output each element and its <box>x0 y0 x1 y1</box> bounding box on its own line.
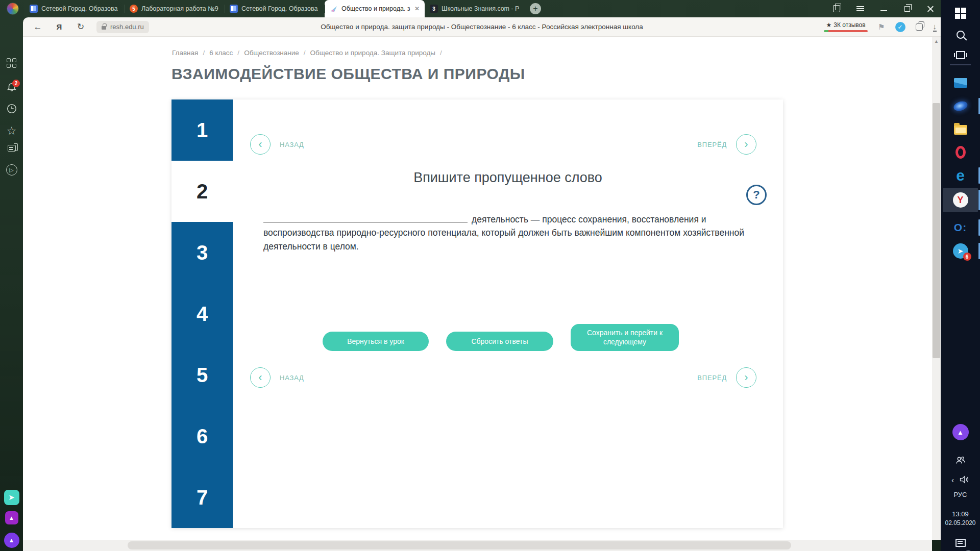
prev-task-button[interactable]: ‹ <box>250 134 271 155</box>
question-mark-icon: ? <box>753 188 760 202</box>
forward-label[interactable]: ВПЕРЁД <box>697 141 727 148</box>
chevron-right-icon: › <box>744 372 748 383</box>
minimize-button[interactable] <box>878 4 889 14</box>
module-tab-3[interactable]: 3 <box>172 222 233 283</box>
url-text: resh.edu.ru <box>110 23 144 31</box>
history-clock-icon[interactable] <box>0 103 23 114</box>
vertical-scroll-thumb[interactable] <box>933 103 940 358</box>
refresh-button[interactable]: ↻ <box>73 21 88 32</box>
lock-icon <box>102 26 106 30</box>
browser-toolbar: ← Я ↻ resh.edu.ru Общество и природа. за… <box>23 17 941 37</box>
breadcrumb-lesson[interactable]: Общество и природа. Защита природы <box>310 49 435 57</box>
reset-answers-button[interactable]: Сбросить ответы <box>446 332 553 351</box>
alice-app-icon[interactable]: ▲ <box>0 533 23 548</box>
yandex-browser-icon[interactable]: Y <box>941 188 980 212</box>
site-reviews[interactable]: ★ 3К отзывов <box>824 21 868 32</box>
tab-netcity-1[interactable]: Сетевой Город. Образова <box>24 0 125 17</box>
save-and-next-button[interactable]: Сохранить и перейти к следующему <box>571 324 679 351</box>
chevron-right-icon: › <box>744 139 748 150</box>
browser-menu-icon[interactable] <box>855 4 865 14</box>
back-button[interactable]: ← <box>30 22 45 32</box>
breadcrumb-subject[interactable]: Обществознание <box>244 49 299 57</box>
notifications-badge: 2 <box>12 80 20 87</box>
download-icon[interactable]: ↓ <box>933 22 937 32</box>
file-explorer-icon[interactable] <box>941 118 980 141</box>
action-center-icon[interactable]: 3 <box>941 532 980 551</box>
next-task-button[interactable]: › <box>736 134 756 155</box>
messenger-app-icon[interactable]: ➤ <box>0 490 23 505</box>
bottom-task-nav: ‹ НАЗАД ВПЕРЁД › <box>233 367 783 388</box>
maximize-button[interactable] <box>902 4 912 14</box>
breadcrumb-grade[interactable]: 6 класс <box>209 49 233 57</box>
opera-browser-icon[interactable] <box>941 141 980 163</box>
breadcrumb-home[interactable]: Главная <box>172 49 198 57</box>
tab-title: Сетевой Город. Образова <box>241 5 320 12</box>
scroll-up-arrow[interactable]: ▲ <box>932 39 941 44</box>
prev-task-button[interactable]: ‹ <box>250 367 271 388</box>
next-task-button[interactable]: › <box>736 367 756 388</box>
notifications-bell-icon[interactable]: 2 <box>0 82 23 93</box>
bookmark-flag-icon[interactable]: ⚑ <box>878 22 885 32</box>
blue-disc-app-icon[interactable] <box>941 95 980 117</box>
tab-resh-active[interactable]: Общество и природа. з ✕ <box>325 0 425 17</box>
module-tab-1[interactable]: 1 <box>172 99 233 161</box>
horizontal-scrollbar[interactable] <box>23 540 932 551</box>
back-label[interactable]: НАЗАД <box>280 374 304 382</box>
back-label[interactable]: НАЗАД <box>280 141 304 148</box>
task-view-icon[interactable] <box>941 44 980 66</box>
start-button[interactable] <box>941 2 980 24</box>
clock-time[interactable]: 13:09 <box>941 510 980 518</box>
star-icon: ★ <box>826 21 832 29</box>
window-controls <box>831 0 936 17</box>
module-tab-6[interactable]: 6 <box>172 406 233 467</box>
horizontal-scroll-thumb[interactable] <box>128 541 791 549</box>
o-app-icon[interactable]: O: <box>941 216 980 239</box>
module-tab-2-selected[interactable]: 2 <box>172 161 233 222</box>
favorites-star-icon[interactable]: ☆ <box>0 124 23 138</box>
module-tab-7[interactable]: 7 <box>172 467 233 528</box>
tab-close-icon[interactable]: ✕ <box>414 5 420 12</box>
vertical-scrollbar[interactable]: ▲ <box>932 37 941 540</box>
taskbar-search-icon[interactable] <box>941 23 980 46</box>
player-play-icon[interactable]: ▷ <box>0 164 23 176</box>
tab-lab-work[interactable]: 5 Лабораторная работа №9 <box>125 0 225 17</box>
browser-side-rail: 2 ☆ ▷ ➤ ▲ ▲ <box>0 37 23 551</box>
collections-icon[interactable] <box>916 23 923 31</box>
reviews-label: 3К отзывов <box>834 21 865 29</box>
help-button[interactable]: ? <box>746 185 767 205</box>
tab-bar: Сетевой Город. Образова 5 Лабораторная р… <box>0 0 941 17</box>
address-bar[interactable]: resh.edu.ru <box>96 21 149 33</box>
action-buttons: Вернуться в урок Сбросить ответы Сохрани… <box>323 324 679 351</box>
close-button[interactable] <box>925 4 936 14</box>
protect-shield-icon[interactable]: ✓ <box>895 22 905 32</box>
module-nav: 1 2 3 4 5 6 7 <box>172 99 233 528</box>
mail-app-icon[interactable] <box>941 71 980 94</box>
alice-taskbar-icon[interactable]: ▲ <box>941 421 980 443</box>
netcity-favicon <box>30 5 38 13</box>
question-title: Впишите пропущенное слово <box>233 170 783 186</box>
omnibox-page-title: Общество и природа. защита природы - Общ… <box>23 23 941 31</box>
tray-expand-chevron[interactable]: ‹ <box>951 475 954 484</box>
answer-input[interactable] <box>263 213 468 222</box>
exercise-area: ‹ НАЗАД ВПЕРЁД › Впишите пропущенное сло… <box>233 99 783 528</box>
windows-taskbar: e Y O: ➤ 6 ▲ ‹ РУС 13:09 02.05.2020 3 <box>941 0 980 551</box>
collections-notes-icon[interactable] <box>0 145 23 152</box>
taskbar-divider <box>950 64 971 65</box>
yandex-logo-icon[interactable]: Я <box>52 22 67 31</box>
clock-date[interactable]: 02.05.2020 <box>941 519 980 527</box>
return-to-lesson-button[interactable]: Вернуться в урок <box>323 332 429 351</box>
volume-icon[interactable] <box>959 475 969 484</box>
module-tab-5[interactable]: 5 <box>172 344 233 406</box>
music-app-icon[interactable]: ▲ <box>0 511 23 524</box>
tab-netcity-2[interactable]: Сетевой Город. Образова <box>225 0 325 17</box>
telegram-app-icon[interactable]: ➤ 6 <box>941 240 980 262</box>
forward-label[interactable]: ВПЕРЁД <box>697 374 727 382</box>
module-tab-4[interactable]: 4 <box>172 283 233 344</box>
new-tab-button[interactable]: + <box>530 3 541 14</box>
language-indicator[interactable]: РУС <box>941 491 980 498</box>
sidebar-panel-icon[interactable] <box>831 4 842 14</box>
profile-avatar[interactable] <box>7 3 19 15</box>
edge-browser-icon[interactable]: e <box>941 164 980 187</box>
tab-znanija[interactable]: 3 Школьные Знания.com - Р <box>425 0 525 17</box>
tableau-grid-icon[interactable] <box>0 58 23 68</box>
